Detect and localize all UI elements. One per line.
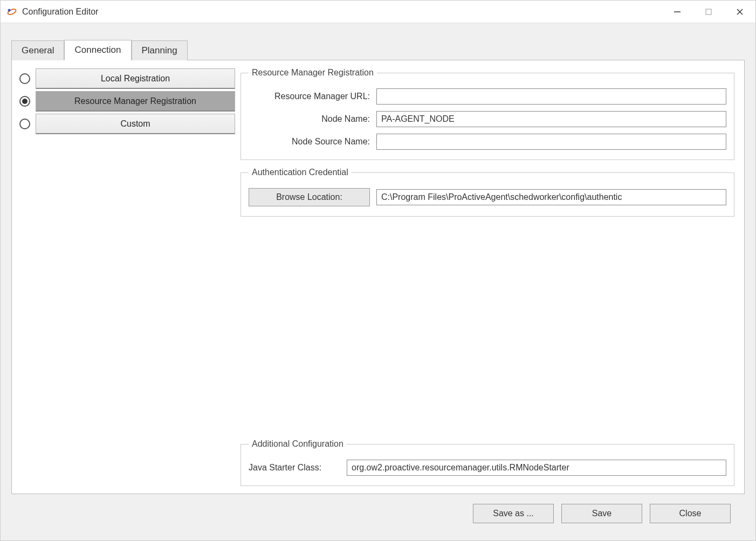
maximize-button[interactable]: [693, 1, 724, 23]
label-node-source: Node Source Name:: [249, 137, 370, 147]
button-bar: Save as ... Save Close: [11, 494, 745, 535]
label-rm-url: Resource Manager URL:: [249, 92, 370, 101]
radio-custom[interactable]: [19, 119, 30, 129]
radio-rm-checked-icon: [22, 99, 28, 104]
app-icon: [7, 7, 17, 17]
tab-planning[interactable]: Planning: [132, 40, 188, 60]
auth-credential-legend: Authentication Credential: [249, 168, 352, 177]
browse-location-button[interactable]: Browse Location:: [249, 188, 370, 206]
rm-registration-legend: Resource Manager Registration: [249, 68, 377, 78]
spacer: [240, 224, 734, 432]
close-dialog-button[interactable]: Close: [650, 504, 731, 523]
tabs-row: General Connection Planning: [11, 39, 745, 60]
additional-config-legend: Additional Configuration: [249, 439, 347, 449]
option-btn-local[interactable]: Local Registration: [36, 68, 235, 89]
label-java-starter: Java Starter Class:: [249, 463, 340, 473]
option-btn-rm[interactable]: Resource Manager Registration: [36, 91, 235, 112]
auth-credential-group: Authentication Credential Browse Locatio…: [240, 168, 734, 217]
window-title: Configuration Editor: [22, 7, 98, 17]
connection-panel: Local Registration Resource Manager Regi…: [11, 60, 745, 494]
tab-connection[interactable]: Connection: [64, 40, 131, 60]
titlebar: Configuration Editor: [1, 1, 755, 23]
row-rm-url: Resource Manager URL:: [249, 88, 726, 105]
input-node-source[interactable]: [376, 134, 726, 150]
input-rm-url[interactable]: [376, 88, 726, 105]
row-java-starter: Java Starter Class:: [249, 460, 726, 476]
label-node-name: Node Name:: [249, 114, 370, 124]
save-button[interactable]: Save: [561, 504, 642, 523]
input-node-name[interactable]: [376, 111, 726, 127]
svg-point-1: [8, 9, 11, 11]
radio-rm[interactable]: [19, 96, 30, 107]
close-button[interactable]: [724, 1, 755, 23]
input-java-starter[interactable]: [347, 460, 726, 476]
row-node-name: Node Name:: [249, 111, 726, 127]
input-credential-path[interactable]: [376, 189, 726, 205]
row-browse-location: Browse Location:: [249, 188, 726, 206]
svg-rect-3: [706, 9, 711, 15]
row-node-source: Node Source Name:: [249, 134, 726, 150]
connection-settings: Resource Manager Registration Resource M…: [240, 68, 734, 486]
content-area: General Connection Planning Local Regist…: [1, 23, 755, 540]
option-rm-registration: Resource Manager Registration: [19, 91, 235, 112]
save-as-button[interactable]: Save as ...: [473, 504, 554, 523]
option-btn-custom[interactable]: Custom: [36, 114, 235, 134]
connection-type-list: Local Registration Resource Manager Regi…: [19, 68, 235, 486]
minimize-button[interactable]: [662, 1, 693, 23]
option-local-registration: Local Registration: [19, 68, 235, 89]
additional-config-group: Additional Configuration Java Starter Cl…: [240, 439, 734, 486]
window-controls: [662, 1, 755, 23]
option-custom: Custom: [19, 113, 235, 135]
rm-registration-group: Resource Manager Registration Resource M…: [240, 68, 734, 160]
radio-local[interactable]: [19, 73, 30, 84]
tab-general[interactable]: General: [11, 40, 64, 60]
config-editor-window: Configuration Editor General Connection …: [0, 0, 756, 541]
